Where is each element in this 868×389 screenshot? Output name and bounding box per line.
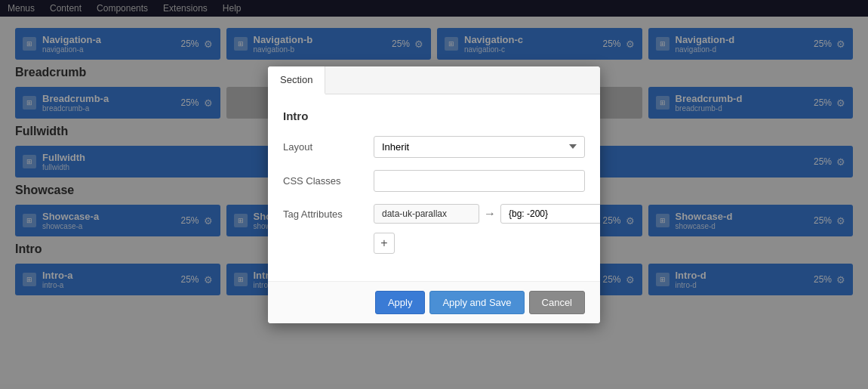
tag-attributes-row: Tag Attributes → + xyxy=(283,204,585,254)
modal-footer: Apply Apply and Save Cancel xyxy=(268,281,600,323)
tag-attributes-container: → + xyxy=(374,204,600,254)
section-modal: Section Intro Layout Inherit Fixed Fluid… xyxy=(268,66,600,323)
tag-key-input[interactable] xyxy=(374,204,479,224)
layout-label: Layout xyxy=(283,141,374,153)
tag-attribute-item: → xyxy=(374,204,600,224)
layout-row: Layout Inherit Fixed Fluid xyxy=(283,136,585,158)
apply-save-button[interactable]: Apply and Save xyxy=(429,291,524,314)
css-classes-row: CSS Classes xyxy=(283,170,585,192)
modal-section-title: Intro xyxy=(283,110,585,122)
css-classes-label: CSS Classes xyxy=(283,175,374,187)
layout-control: Inherit Fixed Fluid xyxy=(374,136,585,158)
tab-section[interactable]: Section xyxy=(268,66,325,94)
layout-select[interactable]: Inherit Fixed Fluid xyxy=(374,136,585,158)
modal-overlay: Section Intro Layout Inherit Fixed Fluid… xyxy=(0,0,868,389)
tag-arrow-icon: → xyxy=(484,207,496,221)
cancel-button[interactable]: Cancel xyxy=(529,291,585,314)
tag-value-input[interactable] xyxy=(500,204,600,224)
tag-attributes-label: Tag Attributes xyxy=(283,208,374,220)
apply-button[interactable]: Apply xyxy=(375,291,426,314)
modal-body: Intro Layout Inherit Fixed Fluid CSS Cla… xyxy=(268,94,600,281)
css-classes-control xyxy=(374,170,585,192)
add-tag-button[interactable]: + xyxy=(374,233,395,254)
modal-tabs: Section xyxy=(268,66,600,94)
css-classes-input[interactable] xyxy=(374,170,585,192)
